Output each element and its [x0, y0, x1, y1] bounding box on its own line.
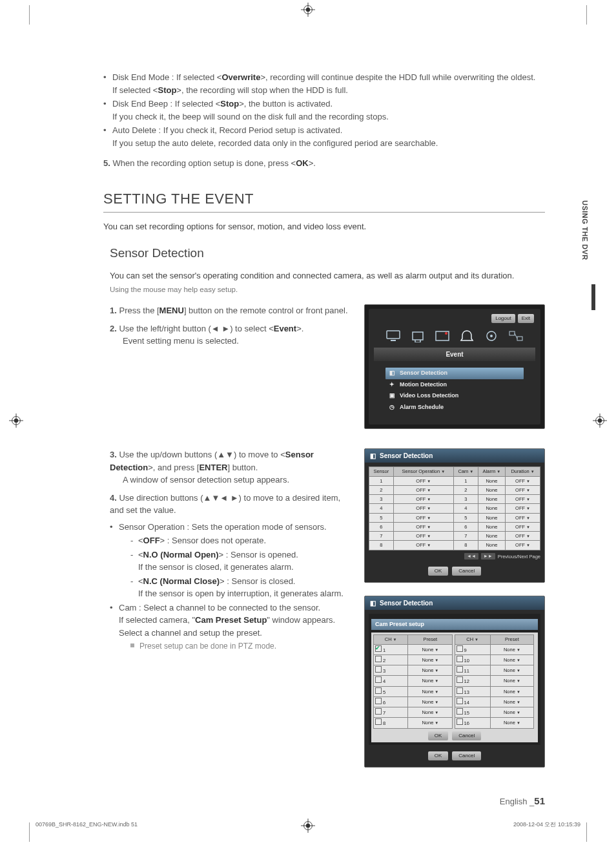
checkbox[interactable] [457, 676, 463, 683]
svg-line-24 [515, 333, 517, 339]
crop-line [586, 5, 587, 25]
sensor-title-icon: ◧ [370, 451, 376, 461]
th-cam[interactable]: Cam▼ [454, 467, 478, 476]
footer-right: 2008-12-04 오전 10:15:39 [513, 821, 580, 830]
svg-point-19 [445, 332, 447, 335]
checkbox[interactable] [457, 718, 463, 725]
outer-ok-button[interactable]: OK [428, 751, 449, 760]
checkbox[interactable] [375, 718, 382, 725]
ui-logout-button[interactable]: Logout [491, 314, 515, 323]
table-row: 11None▼ [455, 665, 533, 676]
table-row: 7OFF▼7NoneOFF▼ [369, 532, 540, 541]
bullet-sensor-operation: Sensor Operation : Sets the operation mo… [110, 521, 353, 600]
sub-off: <OFF> : Sensor does not operate. [130, 534, 353, 547]
step-1: 1. Press the [MENU] button on the remote… [110, 304, 353, 317]
checkbox[interactable] [375, 666, 382, 673]
bullet-auto-delete: Auto Delete : If you check it, Record Pe… [103, 124, 545, 149]
network-icon[interactable] [507, 328, 525, 344]
table-row: 6None▼ [374, 696, 453, 707]
table-row: 4OFF▼4NoneOFF▼ [369, 504, 540, 513]
checkbox[interactable] [457, 645, 463, 652]
checkbox[interactable] [457, 708, 463, 715]
side-tab-label: USING THE DVR [580, 200, 591, 260]
backup-icon[interactable] [482, 328, 500, 344]
footer-left: 00769B_SHR-8162_ENG-NEW.indb 51 [36, 821, 138, 830]
page: USING THE DVR Disk End Mode : If selecte… [0, 0, 616, 847]
video-loss-icon: ▣ [388, 392, 396, 400]
preset-dialog-title: Cam Preset setup [371, 619, 538, 631]
sensor-title-icon: ◧ [370, 598, 376, 608]
checkbox[interactable] [375, 656, 382, 662]
sensor-intro: You can set the sensor's operating condi… [110, 269, 545, 282]
system-icon[interactable] [384, 328, 402, 344]
section-intro: You can set recording options for sensor… [103, 220, 545, 233]
table-row: 14None▼ [455, 696, 533, 707]
note-ptz: Preset setup can be done in PTZ mode. [130, 640, 353, 652]
section-heading-setting-event: SETTING THE EVENT [103, 188, 545, 209]
crop-line [586, 822, 587, 842]
preset-table-right: CH▼Preset 9None▼10None▼11None▼12None▼13N… [455, 634, 534, 728]
ok-button[interactable]: OK [428, 567, 449, 576]
checkbox[interactable] [375, 687, 382, 694]
menu-sensor-detection[interactable]: ◧Sensor Detection [385, 368, 524, 379]
table-row: 16None▼ [455, 718, 533, 728]
svg-point-21 [490, 335, 493, 337]
preset-ok-button[interactable]: OK [428, 731, 449, 740]
menu-motion-detection[interactable]: ✦Motion Detection [385, 379, 524, 391]
table-row: 9None▼ [455, 644, 533, 654]
checkbox[interactable] [457, 656, 463, 662]
pager: ◄◄ ►► Previous/Next Page [369, 553, 540, 560]
checkbox[interactable] [457, 698, 463, 704]
sensor-icon: ◧ [388, 370, 396, 377]
table-row: 4None▼ [374, 676, 453, 686]
menu-video-loss[interactable]: ▣Video Loss Detection [385, 390, 524, 402]
checkbox[interactable] [375, 698, 382, 704]
th-alarm[interactable]: Alarm▼ [478, 467, 505, 476]
table-row: 5OFF▼5NoneOFF▼ [369, 513, 540, 522]
ui-event-screenshot: Logout Exit Event ◧Sensor Detection [364, 304, 545, 429]
registration-mark-icon [9, 413, 23, 428]
step-2: 2. Use the left/right button (◄ ►) to se… [110, 322, 353, 348]
checkbox[interactable] [457, 687, 463, 694]
next-page-button[interactable]: ►► [481, 553, 495, 560]
table-row: 5None▼ [374, 686, 453, 696]
svg-rect-22 [509, 331, 515, 335]
registration-mark-icon [301, 3, 315, 17]
cancel-button[interactable]: Cancel [452, 567, 481, 576]
record-icon[interactable] [433, 328, 451, 344]
checkbox[interactable] [375, 708, 382, 715]
crop-line [29, 822, 30, 842]
table-row: 7None▼ [374, 707, 453, 718]
schedule-icon: ◷ [388, 404, 396, 412]
ui-exit-button[interactable]: Exit [518, 314, 534, 323]
table-row: 15None▼ [455, 707, 533, 718]
menu-alarm-schedule[interactable]: ◷Alarm Schedule [385, 402, 524, 413]
table-row: 8None▼ [374, 718, 453, 728]
sub-nc: <N.C (Normal Close)> : Sensor is closed.… [130, 575, 353, 600]
registration-mark-icon [301, 819, 315, 833]
motion-icon: ✦ [388, 381, 396, 389]
registration-mark-icon [593, 413, 607, 428]
event-icon[interactable] [458, 328, 476, 344]
th-operation[interactable]: Sensor Operation▼ [393, 467, 454, 476]
th-duration[interactable]: Duration▼ [506, 467, 540, 476]
svg-rect-16 [387, 331, 400, 339]
step-4: 4. Use direction buttons (▲▼◄ ►) to move… [110, 492, 353, 517]
preset-cancel-button[interactable]: Cancel [452, 731, 481, 740]
device-icon[interactable] [409, 328, 427, 344]
prev-page-button[interactable]: ◄◄ [464, 553, 478, 560]
outer-cancel-button[interactable]: Cancel [452, 751, 481, 760]
mouse-note: Using the mouse may help easy setup. [110, 284, 545, 295]
side-tab-marker [591, 284, 595, 310]
crop-line [29, 5, 30, 25]
table-row: 10None▼ [455, 654, 533, 665]
bullet-disk-end-beep: Disk End Beep : If selected <Stop>, the … [103, 98, 545, 123]
ui-preset-screenshot: ◧Sensor Detection Cam Preset setup CH▼Pr… [364, 596, 545, 768]
ui-sensor-table-screenshot: ◧Sensor Detection Sensor Sensor Operatio… [364, 448, 545, 583]
checkbox[interactable] [457, 666, 463, 673]
checkbox[interactable] [375, 676, 382, 683]
table-row: 6OFF▼6NoneOFF▼ [369, 522, 540, 531]
checkbox[interactable] [375, 645, 382, 652]
page-number: English _51 [500, 794, 545, 809]
table-row: 3OFF▼3NoneOFF▼ [369, 495, 540, 504]
